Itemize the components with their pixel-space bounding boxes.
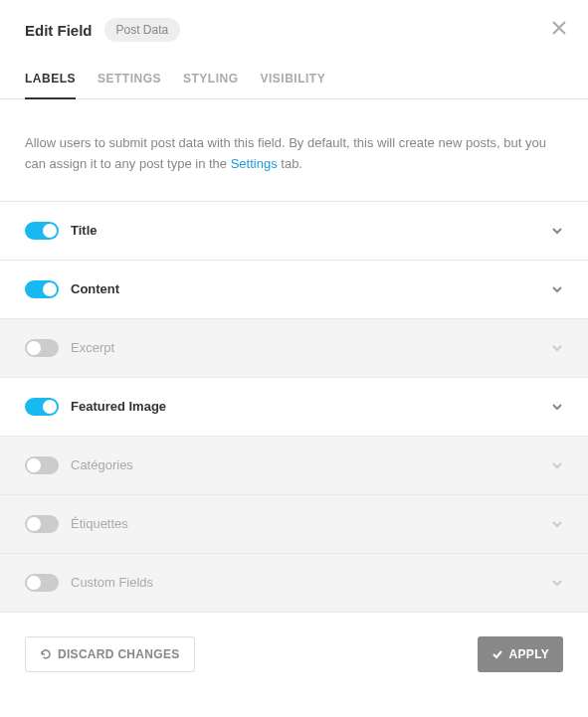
toggle-categories[interactable] xyxy=(25,456,59,474)
field-label: Featured Image xyxy=(71,399,551,414)
toggle-excerpt[interactable] xyxy=(25,339,59,357)
check-icon xyxy=(491,648,503,660)
field-row-custom-fields: Custom Fields xyxy=(0,554,588,613)
field-row-excerpt: Excerpt xyxy=(0,319,588,378)
field-type-badge: Post Data xyxy=(104,18,181,42)
toggle-title[interactable] xyxy=(25,222,59,240)
field-label: Catégories xyxy=(71,457,551,472)
tab-settings[interactable]: SETTINGS xyxy=(98,60,161,99)
field-row-featured-image: Featured Image xyxy=(0,378,588,437)
toggle-etiquettes[interactable] xyxy=(25,515,59,533)
field-label: Excerpt xyxy=(71,340,551,355)
close-button[interactable] xyxy=(552,18,566,36)
expand-featured-image[interactable] xyxy=(551,398,563,416)
close-icon xyxy=(552,21,566,35)
chevron-down-icon xyxy=(551,401,563,413)
modal-title: Edit Field xyxy=(25,22,93,39)
field-row-content: Content xyxy=(0,261,588,319)
chevron-down-icon xyxy=(551,577,563,589)
toggle-custom-fields[interactable] xyxy=(25,574,59,592)
tab-labels[interactable]: LABELS xyxy=(25,60,76,99)
chevron-down-icon xyxy=(551,225,563,237)
description-text: Allow users to submit post data with thi… xyxy=(0,99,588,201)
field-label: Content xyxy=(71,281,551,296)
discard-button[interactable]: DISCARD CHANGES xyxy=(25,636,195,672)
modal-header: Edit Field Post Data xyxy=(0,0,588,60)
expand-custom-fields[interactable] xyxy=(551,574,563,592)
chevron-down-icon xyxy=(551,342,563,354)
apply-button[interactable]: APPLY xyxy=(478,636,563,672)
tab-styling[interactable]: STYLING xyxy=(183,60,239,99)
field-row-etiquettes: Étiquettes xyxy=(0,495,588,554)
expand-excerpt[interactable] xyxy=(551,339,563,357)
field-row-title: Title xyxy=(0,202,588,261)
toggle-featured-image[interactable] xyxy=(25,398,59,416)
field-label: Custom Fields xyxy=(71,575,551,590)
description-after: tab. xyxy=(278,156,302,171)
field-label: Title xyxy=(71,223,551,238)
chevron-down-icon xyxy=(551,518,563,530)
discard-label: DISCARD CHANGES xyxy=(58,647,180,661)
expand-etiquettes[interactable] xyxy=(551,515,563,533)
chevron-down-icon xyxy=(551,283,563,295)
expand-categories[interactable] xyxy=(551,456,563,474)
field-label: Étiquettes xyxy=(71,516,551,531)
chevron-down-icon xyxy=(551,459,563,471)
tab-bar: LABELS SETTINGS STYLING VISIBILITY xyxy=(0,60,588,99)
tab-visibility[interactable]: VISIBILITY xyxy=(261,60,326,99)
expand-content[interactable] xyxy=(551,280,563,298)
apply-label: APPLY xyxy=(509,647,549,661)
expand-title[interactable] xyxy=(551,222,563,240)
toggle-content[interactable] xyxy=(25,280,59,298)
field-list: Title Content Excerpt Featured Image Cat… xyxy=(0,201,588,613)
modal-footer: DISCARD CHANGES APPLY xyxy=(0,613,588,696)
field-row-categories: Catégories xyxy=(0,437,588,495)
settings-link[interactable]: Settings xyxy=(231,156,278,171)
undo-icon xyxy=(40,648,52,660)
